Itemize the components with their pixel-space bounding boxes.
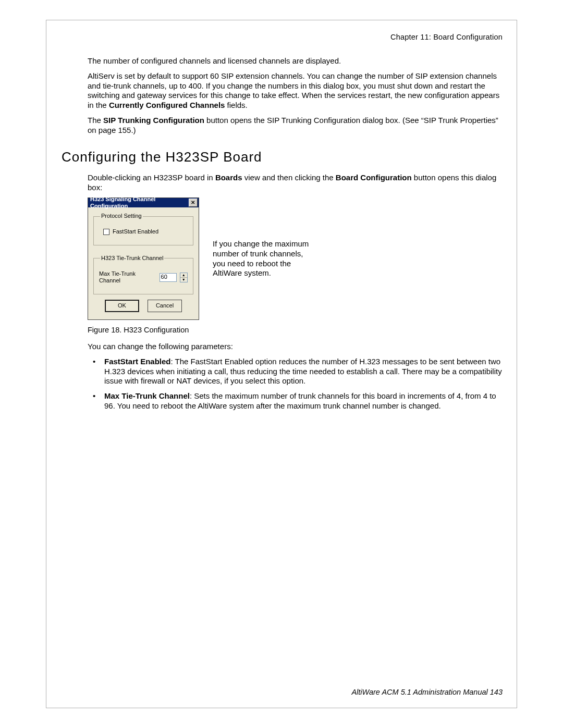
dialog-body: Protocol Setting FastStart Enabled H323 … (88, 207, 199, 319)
bullet2-bold: Max Tie-Trunk Channel (104, 391, 190, 400)
footer: AltiWare ACM 5.1 Administration Manual 1… (351, 687, 503, 697)
bullet-faststart: FastStart Enabled: The FastStart Enabled… (104, 357, 507, 386)
bullet-list: FastStart Enabled: The FastStart Enabled… (88, 357, 507, 411)
intro-p2: AltiServ is set by default to support 60… (88, 71, 507, 110)
side-note: If you change the maximum number of trun… (213, 239, 317, 278)
spin-buttons: ▲ ▼ (180, 273, 188, 282)
max-tie-row: Max Tie-Trunk Channel 60 ▲ ▼ (99, 270, 188, 285)
max-tie-input[interactable]: 60 (160, 273, 177, 282)
h323-dialog: H323 Signaling Channel Configuration ✕ P… (88, 198, 199, 320)
group-protocol: Protocol Setting FastStart Enabled (93, 213, 193, 245)
intro-p3-b: SIP Trunking Configuration (103, 116, 204, 125)
group-protocol-legend: Protocol Setting (100, 213, 143, 220)
figure-wrap: H323 Signaling Channel Configuration ✕ P… (88, 198, 507, 320)
footer-text: AltiWare ACM 5.1 Administration Manual 1… (351, 688, 503, 696)
bullet-maxtie: Max Tie-Trunk Channel: Sets the maximum … (104, 391, 507, 411)
faststart-label: FastStart Enabled (113, 228, 158, 236)
intro-p3: The SIP Trunking Configuration button op… (88, 116, 507, 135)
group-tie-legend: H323 Tie-Trunk Channel (100, 255, 164, 262)
running-head: Chapter 11: Board Configuration (390, 32, 503, 42)
page-body: The number of configured channels and li… (62, 56, 507, 416)
page: Chapter 11: Board Configuration The numb… (0, 0, 563, 728)
checkbox-icon[interactable] (103, 229, 109, 235)
section-p1-c: view and then clicking the (242, 173, 336, 182)
dialog-title: H323 Signaling Channel Configuration (90, 196, 189, 211)
after-p1: You can change the following parameters: (88, 342, 507, 352)
section-p1-d: Board Configuration (336, 173, 412, 182)
faststart-row[interactable]: FastStart Enabled (103, 228, 188, 236)
close-icon[interactable]: ✕ (189, 199, 198, 207)
intro-p1: The number of configured channels and li… (88, 56, 507, 66)
intro-p2-b: Currently Configured Channels (109, 101, 225, 109)
max-tie-label: Max Tie-Trunk Channel (99, 270, 156, 285)
intro-p2-c: fields. (225, 101, 247, 109)
section-p1-b: Boards (215, 173, 242, 182)
cancel-button[interactable]: Cancel (148, 300, 182, 312)
intro-p3-a: The (88, 116, 103, 125)
section-p1: Double-clicking an H323SP board in Board… (88, 173, 507, 193)
ok-button[interactable]: OK (105, 300, 139, 312)
group-tie: H323 Tie-Trunk Channel Max Tie-Trunk Cha… (93, 255, 193, 294)
dialog-titlebar: H323 Signaling Channel Configuration ✕ (88, 198, 199, 207)
spin-up-icon[interactable]: ▲ (180, 273, 187, 278)
figure-caption: Figure 18. H323 Configuration (88, 325, 507, 335)
section-title: Configuring the H323SP Board (62, 149, 507, 166)
bullet1-bold: FastStart Enabled (104, 357, 171, 366)
spin-down-icon[interactable]: ▼ (180, 278, 187, 282)
section-p1-a: Double-clicking an H323SP board in (88, 173, 215, 182)
dialog-button-row: OK Cancel (93, 300, 193, 312)
